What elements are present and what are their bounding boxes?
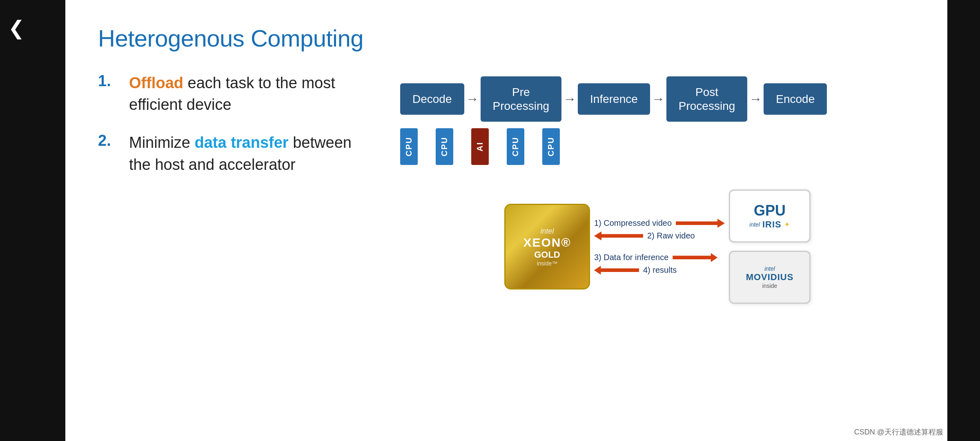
- pipe-arrow-4: →: [749, 91, 762, 107]
- arrow-row-3: 3) Data for inference: [594, 253, 725, 262]
- cpu-chip: intel XEON® GOLD inside™: [504, 204, 590, 290]
- movidius-inside-label: inside: [762, 283, 777, 289]
- pipe-box-inference: Inference: [578, 83, 650, 115]
- point-2-prefix: Minimize: [129, 134, 194, 151]
- iris-star-icon: ✦: [784, 220, 790, 229]
- chips-right: GPU intel IRIS ✦ intel MOVIDIUS inside: [729, 189, 811, 304]
- badges-row: CPU CPU AI CPU CPU: [400, 128, 915, 165]
- inside-text: inside™: [537, 260, 558, 267]
- pipe-arrow-1: →: [466, 91, 479, 107]
- gpu-arrows: 1) Compressed video 2) Raw video: [594, 218, 725, 241]
- arrow-right-3: [673, 253, 717, 262]
- pipe-arrow-2: →: [563, 91, 576, 107]
- movidius-intel-label: intel: [764, 265, 775, 272]
- right-sidebar: [947, 0, 980, 441]
- content-area: 1. Offload each task to the most efficie…: [98, 72, 915, 425]
- back-button[interactable]: ❮: [8, 16, 24, 39]
- pipeline-container: Decode → PreProcessing → Inference → Pos…: [400, 72, 915, 165]
- arrow-row-4: 4) results: [594, 265, 725, 275]
- pipe-box-pre: PreProcessing: [481, 76, 562, 122]
- intel-iris-label: intel: [749, 221, 760, 228]
- badge-inference: AI: [471, 128, 489, 165]
- arrow-label-4: 4) results: [643, 265, 677, 275]
- pipe-box-post: PostProcessing: [666, 76, 748, 122]
- point-2-text: Minimize data transfer between the host …: [129, 132, 376, 175]
- slide-title: Heterogenous Computing: [98, 24, 915, 52]
- point-2: 2. Minimize data transfer between the ho…: [98, 132, 376, 175]
- badge-post: CPU: [507, 128, 524, 165]
- arrow-right-1: [676, 219, 725, 228]
- arrow-left-4: [594, 266, 639, 275]
- right-diagram-content: Decode → PreProcessing → Inference → Pos…: [400, 72, 915, 304]
- pipeline-boxes: Decode → PreProcessing → Inference → Pos…: [400, 76, 915, 122]
- pipe-arrow-3: →: [652, 91, 665, 107]
- badge-pre: CPU: [436, 128, 453, 165]
- arrow-label-1: 1) Compressed video: [594, 218, 672, 228]
- badge-encode: CPU: [542, 128, 560, 165]
- badge-decode: CPU: [400, 128, 418, 165]
- point-1: 1. Offload each task to the most efficie…: [98, 72, 376, 116]
- point-2-number: 2.: [98, 132, 122, 175]
- movidius-label: MOVIDIUS: [746, 272, 794, 283]
- movidius-arrows: 3) Data for inference 4) results: [594, 253, 725, 275]
- left-sidebar: ❮: [0, 0, 65, 441]
- watermark: CSDN @天行遗德述算程服: [854, 427, 943, 437]
- point-2-highlight: data transfer: [194, 134, 288, 151]
- lower-diagram: intel XEON® GOLD inside™ 1) Compressed v…: [400, 189, 915, 304]
- iris-label: IRIS: [762, 219, 782, 230]
- slide-content: Heterogenous Computing 1. Offload each t…: [65, 0, 947, 441]
- intel-logo-text: intel: [540, 227, 554, 236]
- pipe-box-decode: Decode: [400, 83, 464, 115]
- point-1-number: 1.: [98, 72, 122, 116]
- gold-text: GOLD: [534, 249, 560, 260]
- arrow-label-2: 2) Raw video: [647, 231, 695, 241]
- gpu-box: GPU intel IRIS ✦: [729, 189, 811, 243]
- movidius-chip: intel MOVIDIUS inside: [729, 251, 811, 304]
- arrows-section: 1) Compressed video 2) Raw video 3) Data…: [594, 218, 725, 275]
- gpu-label: GPU: [754, 202, 786, 219]
- arrow-left-2: [594, 232, 643, 241]
- xeon-text: XEON®: [523, 236, 571, 249]
- intel-iris-row: intel IRIS ✦: [749, 219, 790, 230]
- arrow-row-1: 1) Compressed video: [594, 218, 725, 228]
- point-1-highlight: Offload: [129, 74, 183, 91]
- arrow-row-2: 2) Raw video: [594, 231, 725, 241]
- pipe-box-encode: Encode: [764, 83, 827, 115]
- arrow-label-3: 3) Data for inference: [594, 253, 668, 262]
- left-text-content: 1. Offload each task to the most efficie…: [98, 72, 376, 176]
- point-1-text: Offload each task to the most efficient …: [129, 72, 376, 116]
